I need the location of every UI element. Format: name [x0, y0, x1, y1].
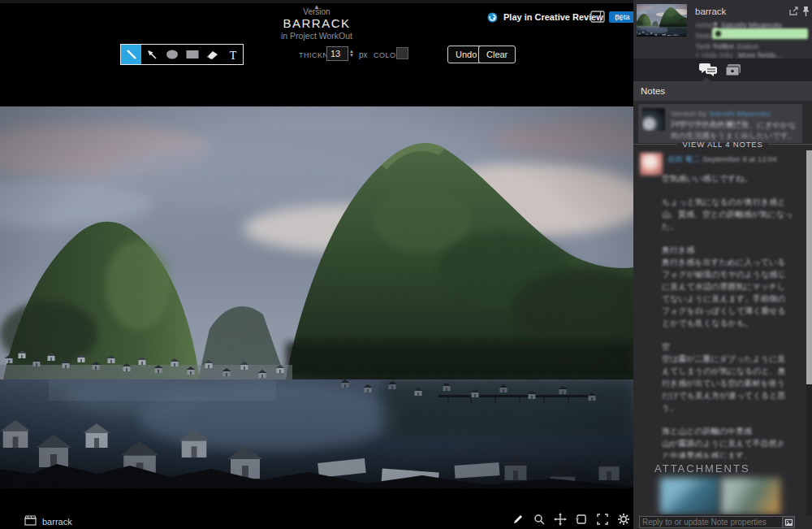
reply-attach-button[interactable] [782, 517, 794, 527]
reply-input[interactable] [639, 516, 795, 528]
line-icon [125, 48, 138, 61]
play-creative-review-label[interactable]: Play in Creative Review [503, 12, 603, 22]
creative-review-logo-icon [487, 12, 498, 23]
rectangle-tool-button[interactable] [182, 45, 202, 64]
project-label: in Project WorkOut [235, 31, 398, 41]
line-tool-button[interactable] [121, 45, 141, 64]
status-value-pill[interactable] [712, 28, 808, 39]
version-label: Version [276, 7, 357, 16]
barrack-render-image [0, 106, 633, 488]
rectangle-icon [185, 49, 200, 60]
svg-text:T: T [229, 49, 236, 61]
share-icon[interactable] [788, 7, 799, 16]
eraser-tool-button[interactable] [202, 45, 222, 64]
pan-icon[interactable] [554, 513, 567, 526]
ellipse-tool-button[interactable] [162, 45, 182, 64]
version-thumbnail[interactable] [637, 4, 687, 37]
view-all-notes-label[interactable]: VIEW ALL 4 NOTES [682, 140, 762, 149]
scrollbar-thumb[interactable] [806, 150, 812, 384]
notes-tab-icon[interactable] [698, 63, 718, 77]
reply-bar [633, 514, 812, 529]
note-author-link[interactable]: Satoshi Miyamoto [709, 109, 771, 118]
fullscreen-icon[interactable] [596, 513, 609, 526]
details-panel: barrack Artist Satoshi Miyamoto Status T… [633, 0, 812, 529]
artist-label: Artist [695, 20, 713, 29]
text-tool-button[interactable]: T [222, 45, 243, 64]
arrow-tool-button[interactable] [141, 45, 162, 64]
reply-caret [651, 510, 659, 514]
clapperboard-icon [24, 515, 37, 526]
settings-gear-icon[interactable] [617, 513, 630, 526]
thickness-stepper[interactable]: ▲▼ [349, 46, 356, 61]
attachments-header: ATTACHMENTS [654, 462, 750, 475]
text-icon: T [227, 49, 239, 61]
color-swatch[interactable] [396, 47, 408, 59]
arrow-icon [145, 48, 158, 61]
divider [633, 144, 677, 145]
attachment-thumbnail[interactable] [721, 478, 780, 514]
loop-icon[interactable] [575, 513, 588, 526]
panel-scrollbar[interactable] [806, 150, 812, 516]
panel-toggle-icon[interactable] [590, 11, 605, 23]
thickness-unit-label: px [359, 50, 368, 59]
versions-tab-icon[interactable] [724, 63, 742, 77]
note-body: 空気感いい感じですね。 ちょっと気になるのが奥行き感と山、質感、空との距離感が気… [662, 172, 793, 458]
thickness-input[interactable]: 13 [326, 46, 348, 61]
notes-section-header: Notes [633, 81, 812, 101]
pin-icon[interactable] [801, 6, 810, 17]
page-title: BARRACK [235, 16, 398, 30]
view-all-notes[interactable]: VIEW ALL 4 NOTES [633, 138, 812, 150]
close-icon[interactable]: ✕ [614, 11, 624, 24]
attach-image-icon [785, 519, 793, 526]
person-icon [712, 22, 719, 28]
avatar [642, 108, 665, 131]
viewer-toolbar [512, 513, 630, 526]
panel-tab-bar [633, 59, 812, 81]
clip-name-label: barrack [42, 517, 72, 527]
divider [768, 144, 812, 145]
app-window: ▲ Version BARRACK in Project WorkOut Pla… [0, 0, 812, 529]
note-card-pinned[interactable]: Version by Satoshi Miyamoto September 3 … [638, 104, 802, 143]
version-title: barrack [695, 7, 726, 16]
task-value[interactable]: Task + Status [712, 41, 758, 50]
note-author-link[interactable]: 岩田 竜二 [667, 154, 701, 163]
ellipse-icon [165, 49, 179, 60]
media-canvas[interactable] [0, 106, 633, 488]
clear-button[interactable]: Clear [478, 46, 516, 63]
avatar [640, 153, 663, 176]
zoom-icon[interactable] [533, 513, 546, 526]
annotation-tools: T [120, 44, 244, 65]
eraser-icon [205, 49, 219, 61]
annotate-pencil-icon[interactable] [512, 513, 525, 526]
version-info-card: barrack Artist Satoshi Miyamoto Status T… [633, 0, 812, 59]
attachment-thumbnail[interactable] [660, 478, 719, 514]
note-header: 岩田 竜二 September 8 at 12:04 [667, 154, 797, 165]
status-dot-icon [715, 31, 721, 37]
